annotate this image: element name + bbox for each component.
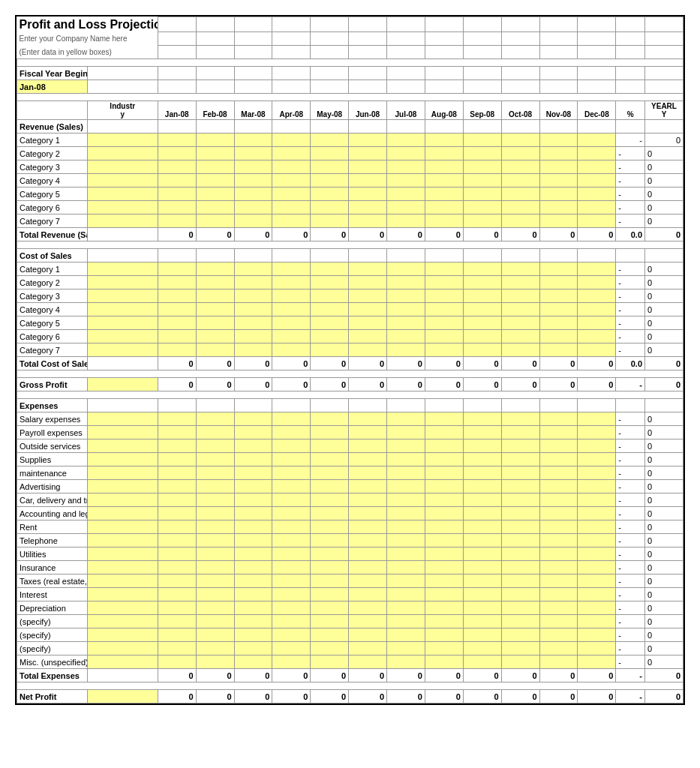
header-dec: Dec-08 (578, 101, 616, 120)
revenue-header: Revenue (Sales) (17, 120, 88, 134)
expense-accounting-row: Accounting and legal -0 (17, 507, 683, 520)
cos-cat7-row: Category 7 -0 (17, 344, 683, 357)
expense-advertising-row: Advertising -0 (17, 480, 683, 494)
expense-salary-row: Salary expenses -0 (17, 412, 683, 426)
expense-maintenance-row: maintenance -0 (17, 466, 683, 480)
header-apr: Apr-08 (272, 101, 311, 120)
header-jun: Jun-08 (349, 101, 387, 120)
expense-rent-row: Rent -0 (17, 520, 683, 534)
revenue-cat7-row: Category 7 -0 (17, 214, 683, 228)
expense-payroll-row: Payroll expenses -0 (17, 426, 683, 440)
expense-interest-row: Interest -0 (17, 588, 683, 602)
cos-cat2-row: Category 2 -0 (17, 276, 683, 290)
revenue-cat5-row: Category 5 -0 (17, 188, 683, 201)
expense-taxes-row: Taxes (real estate, etc.) -0 (17, 574, 683, 588)
gross-profit-row: Gross Profit 0 0 0 0 0 0 0 0 0 0 0 0 - 0 (17, 378, 683, 392)
header-jan: Jan-08 (158, 101, 196, 120)
revenue-cat1-row: Category 1 - 0 (17, 134, 683, 147)
header-mar: Mar-08 (234, 101, 272, 120)
revenue-cat4-row: Category 4 -0 (17, 174, 683, 188)
total-revenue-row: Total Revenue (Sales) 0 0 0 0 0 0 0 0 0 … (17, 228, 683, 242)
revenue-cat3-label: Category 3 (17, 160, 88, 174)
header-pct: % (616, 101, 645, 120)
expense-supplies-row: Supplies -0 (17, 453, 683, 466)
total-revenue-label: Total Revenue (Sales) (17, 228, 88, 242)
fiscal-year-label: Fiscal Year Begins (17, 67, 88, 80)
header-feb: Feb-08 (196, 101, 234, 120)
cos-cat6-row: Category 6 -0 (17, 330, 683, 344)
cos-cat4-row: Category 4 -0 (17, 303, 683, 316)
expense-car-row: Car, delivery and travel -0 (17, 494, 683, 507)
revenue-cat1-label: Category 1 (17, 134, 88, 147)
expenses-header: Expenses (17, 399, 88, 412)
revenue-cat6-row: Category 6 -0 (17, 201, 683, 214)
subtitle1: Enter your Company Name here (17, 32, 158, 46)
revenue-cat1-industry[interactable] (87, 134, 158, 147)
total-cos-row: Total Cost of Sales 0 0 0 0 0 0 0 0 0 0 … (17, 357, 683, 370)
expense-utilities-row: Utilities -0 (17, 548, 683, 561)
expense-insurance-row: Insurance -0 (17, 561, 683, 574)
header-may: May-08 (311, 101, 349, 120)
cost-of-sales-header: Cost of Sales (17, 249, 88, 262)
revenue-cat2-row: Category 2 -0 (17, 147, 683, 160)
gross-profit-label: Gross Profit (17, 378, 88, 392)
cos-cat5-row: Category 5 -0 (17, 316, 683, 330)
expense-specify3-row: (specify) -0 (17, 642, 683, 656)
net-profit-row: Net Profit 0 0 0 0 0 0 0 0 0 0 0 0 - 0 (17, 690, 683, 704)
title: Profit and Loss Projection (17, 17, 158, 32)
header-industry: Industry (87, 101, 158, 120)
expense-specify2-row: (specify) -0 (17, 628, 683, 642)
total-expenses-label: Total Expenses (17, 669, 88, 682)
header-oct: Oct-08 (501, 101, 539, 120)
expense-specify1-row: (specify) -0 (17, 615, 683, 628)
header-yearly: YEARLY (645, 101, 683, 120)
expense-telephone-row: Telephone -0 (17, 534, 683, 548)
expense-depreciation-row: Depreciation -0 (17, 602, 683, 615)
cos-cat3-row: Category 3 -0 (17, 290, 683, 303)
total-cos-label: Total Cost of Sales (17, 357, 88, 370)
expense-misc-row: Misc. (unspecified) -0 (17, 656, 683, 669)
header-nov: Nov-08 (539, 101, 578, 120)
spreadsheet: Profit and Loss Projection Enter your Co… (15, 15, 685, 705)
fiscal-year-value[interactable]: Jan-08 (17, 80, 88, 94)
total-expenses-row: Total Expenses 0 0 0 0 0 0 0 0 0 0 0 0 -… (17, 669, 683, 682)
header-jul: Jul-08 (387, 101, 425, 120)
subtitle2: (Enter data in yellow boxes) (17, 46, 158, 59)
expense-outside-row: Outside services -0 (17, 440, 683, 453)
cos-cat1-row: Category 1 -0 (17, 262, 683, 276)
revenue-cat2-label: Category 2 (17, 147, 88, 160)
net-profit-label: Net Profit (17, 690, 88, 704)
header-sep: Sep-08 (463, 101, 501, 120)
header-aug: Aug-08 (425, 101, 463, 120)
revenue-cat3-row: Category 3 -0 (17, 160, 683, 174)
